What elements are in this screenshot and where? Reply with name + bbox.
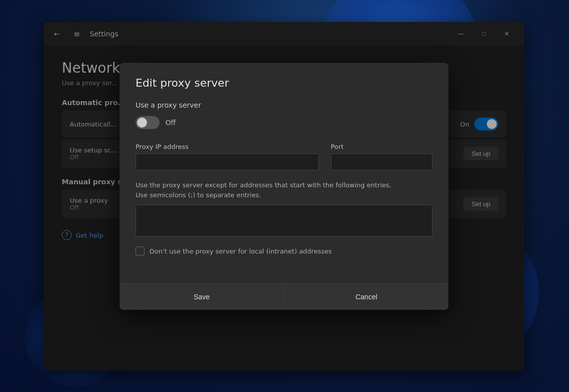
proxy-ip-input[interactable] — [136, 153, 319, 170]
dialog-overlay: Edit proxy server Use a proxy server Off… — [44, 22, 524, 371]
proxy-fields-row: Proxy IP address Port — [136, 143, 432, 170]
edit-proxy-dialog: Edit proxy server Use a proxy server Off… — [120, 63, 448, 310]
proxy-ip-group: Proxy IP address — [136, 143, 319, 170]
local-addresses-label: Don’t use the proxy server for local (in… — [149, 248, 332, 255]
proxy-toggle-state: Off — [165, 119, 176, 127]
proxy-port-input[interactable] — [331, 153, 432, 170]
exceptions-textarea[interactable] — [136, 205, 432, 237]
cancel-button[interactable]: Cancel — [284, 284, 449, 310]
main-window: ← ≡ Settings — □ ✕ Network Use a proxy s… — [44, 22, 524, 371]
proxy-toggle-row: Off — [136, 116, 432, 129]
use-proxy-server-label: Use a proxy server — [136, 101, 432, 109]
exceptions-hint: Use the proxy server except for addresse… — [136, 180, 432, 200]
proxy-toggle[interactable] — [136, 116, 159, 129]
proxy-port-group: Port — [331, 143, 432, 170]
dialog-footer: Save Cancel — [120, 283, 448, 310]
dialog-title: Edit proxy server — [136, 77, 432, 89]
local-addresses-checkbox-row: Don’t use the proxy server for local (in… — [136, 247, 432, 256]
proxy-port-label: Port — [331, 143, 432, 150]
save-button[interactable]: Save — [120, 284, 284, 310]
dialog-body: Edit proxy server Use a proxy server Off… — [120, 63, 448, 283]
local-addresses-checkbox[interactable] — [136, 247, 144, 256]
proxy-ip-label: Proxy IP address — [136, 143, 319, 150]
